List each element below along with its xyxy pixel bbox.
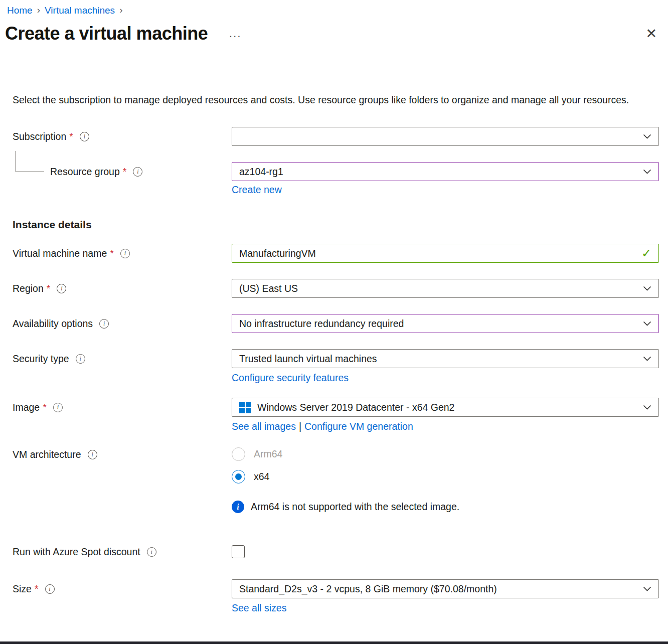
chevron-down-icon bbox=[643, 356, 651, 362]
info-icon[interactable]: i bbox=[53, 403, 63, 412]
breadcrumb-separator-icon: › bbox=[119, 5, 122, 16]
availability-options-dropdown[interactable]: No infrastructure redundancy required bbox=[232, 314, 659, 333]
create-vm-form: Subscription * i Resource group * i az10… bbox=[0, 127, 668, 614]
region-value: (US) East US bbox=[239, 283, 637, 294]
availability-options-row: Availability options i No infrastructure… bbox=[13, 314, 659, 333]
required-asterisk: * bbox=[123, 166, 127, 178]
breadcrumb-virtual-machines-link[interactable]: Virtual machines bbox=[45, 5, 115, 16]
x64-radio-label: x64 bbox=[254, 471, 269, 482]
more-options-icon[interactable]: ··· bbox=[229, 26, 241, 42]
create-new-link[interactable]: Create new bbox=[232, 184, 282, 195]
security-type-label: Security type bbox=[13, 353, 69, 365]
info-icon[interactable]: i bbox=[57, 284, 66, 293]
arm64-radio-button bbox=[232, 447, 245, 461]
configure-vm-generation-link[interactable]: Configure VM generation bbox=[304, 421, 413, 432]
required-asterisk: * bbox=[110, 248, 114, 259]
required-asterisk: * bbox=[43, 402, 47, 413]
image-dropdown[interactable]: Windows Server 2019 Datacenter - x64 Gen… bbox=[232, 398, 659, 417]
availability-options-label: Availability options bbox=[13, 318, 93, 330]
image-label: Image bbox=[13, 402, 40, 413]
info-icon[interactable]: i bbox=[45, 584, 55, 594]
indent-connector-line bbox=[15, 151, 44, 172]
arm64-info-row: i Arm64 is not supported with the select… bbox=[13, 501, 659, 513]
info-icon[interactable]: i bbox=[147, 547, 156, 557]
vm-architecture-label: VM architecture bbox=[13, 449, 81, 460]
breadcrumb: Home › Virtual machines › bbox=[0, 0, 668, 16]
size-label: Size bbox=[13, 583, 32, 595]
title-row: Create a virtual machine ··· ✕ bbox=[5, 23, 657, 44]
breadcrumb-home-link[interactable]: Home bbox=[7, 5, 33, 16]
x64-radio-button[interactable] bbox=[232, 470, 245, 484]
vm-name-row: Virtual machine name * i ✓ bbox=[13, 244, 659, 263]
info-icon[interactable]: i bbox=[133, 167, 142, 177]
see-all-images-link[interactable]: See all images bbox=[232, 421, 296, 432]
configure-security-features-link[interactable]: Configure security features bbox=[232, 372, 349, 384]
subscription-label: Subscription bbox=[13, 131, 66, 142]
resource-group-dropdown[interactable]: az104-rg1 bbox=[232, 162, 659, 181]
arm64-info-message: Arm64 is not supported with the selected… bbox=[251, 501, 459, 513]
image-value: Windows Server 2019 Datacenter - x64 Gen… bbox=[257, 402, 637, 413]
close-icon[interactable]: ✕ bbox=[645, 26, 657, 42]
vm-name-field: ✓ bbox=[232, 244, 659, 263]
chevron-down-icon bbox=[643, 586, 651, 592]
chevron-down-icon bbox=[643, 321, 651, 327]
resource-group-label: Resource group bbox=[50, 166, 120, 178]
link-separator: | bbox=[299, 421, 301, 432]
availability-options-value: No infrastructure redundancy required bbox=[239, 318, 637, 330]
chevron-down-icon bbox=[643, 286, 651, 291]
chevron-down-icon bbox=[643, 134, 651, 139]
see-all-sizes-link[interactable]: See all sizes bbox=[232, 602, 286, 614]
subscription-dropdown[interactable] bbox=[232, 127, 659, 146]
security-type-dropdown[interactable]: Trusted launch virtual machines bbox=[232, 349, 659, 368]
valid-check-icon: ✓ bbox=[641, 246, 651, 260]
vm-architecture-row: VM architecture i Arm64 x64 bbox=[13, 447, 659, 484]
azure-spot-row: Run with Azure Spot discount i bbox=[13, 542, 659, 561]
vm-name-label: Virtual machine name bbox=[13, 248, 107, 259]
required-asterisk: * bbox=[35, 583, 39, 595]
azure-spot-checkbox[interactable] bbox=[232, 545, 245, 558]
vm-architecture-radio-group: Arm64 x64 bbox=[232, 447, 659, 484]
info-icon[interactable]: i bbox=[76, 354, 85, 364]
info-badge-icon: i bbox=[232, 501, 244, 513]
required-asterisk: * bbox=[47, 283, 51, 294]
region-row: Region * i (US) East US bbox=[13, 279, 659, 298]
arm64-radio-option: Arm64 bbox=[232, 447, 659, 461]
size-dropdown[interactable]: Standard_D2s_v3 - 2 vcpus, 8 GiB memory … bbox=[232, 579, 659, 598]
resource-group-value: az104-rg1 bbox=[239, 166, 637, 178]
page-title: Create a virtual machine bbox=[5, 23, 208, 44]
chevron-down-icon bbox=[643, 169, 651, 175]
resource-group-row: Resource group * i az104-rg1 bbox=[13, 162, 659, 181]
vm-name-input[interactable] bbox=[239, 248, 635, 259]
info-icon[interactable]: i bbox=[88, 450, 97, 459]
security-type-value: Trusted launch virtual machines bbox=[239, 353, 637, 365]
instance-details-heading: Instance details bbox=[13, 219, 659, 231]
create-vm-blade: Home › Virtual machines › Create a virtu… bbox=[0, 0, 668, 614]
create-new-row: Create new bbox=[13, 184, 659, 196]
chevron-down-icon bbox=[643, 405, 651, 410]
info-icon[interactable]: i bbox=[120, 249, 130, 258]
required-asterisk: * bbox=[69, 131, 73, 142]
arm64-radio-label: Arm64 bbox=[254, 448, 282, 460]
size-value: Standard_D2s_v3 - 2 vcpus, 8 GiB memory … bbox=[239, 583, 637, 595]
azure-spot-label: Run with Azure Spot discount bbox=[13, 546, 140, 558]
region-label: Region bbox=[13, 283, 44, 294]
subscription-row: Subscription * i bbox=[13, 127, 659, 146]
info-icon[interactable]: i bbox=[99, 319, 109, 329]
security-type-row: Security type i Trusted launch virtual m… bbox=[13, 349, 659, 384]
info-icon[interactable]: i bbox=[80, 132, 89, 141]
region-dropdown[interactable]: (US) East US bbox=[232, 279, 659, 298]
windows-logo-icon bbox=[239, 402, 251, 413]
image-row: Image * i Windows Server 2019 Datacenter… bbox=[13, 398, 659, 432]
size-row: Size * i Standard_D2s_v3 - 2 vcpus, 8 Gi… bbox=[13, 579, 659, 614]
footer-divider bbox=[0, 641, 668, 644]
breadcrumb-separator-icon: › bbox=[37, 5, 40, 16]
intro-text: Select the subscription to manage deploy… bbox=[13, 92, 652, 108]
x64-radio-option[interactable]: x64 bbox=[232, 470, 659, 484]
